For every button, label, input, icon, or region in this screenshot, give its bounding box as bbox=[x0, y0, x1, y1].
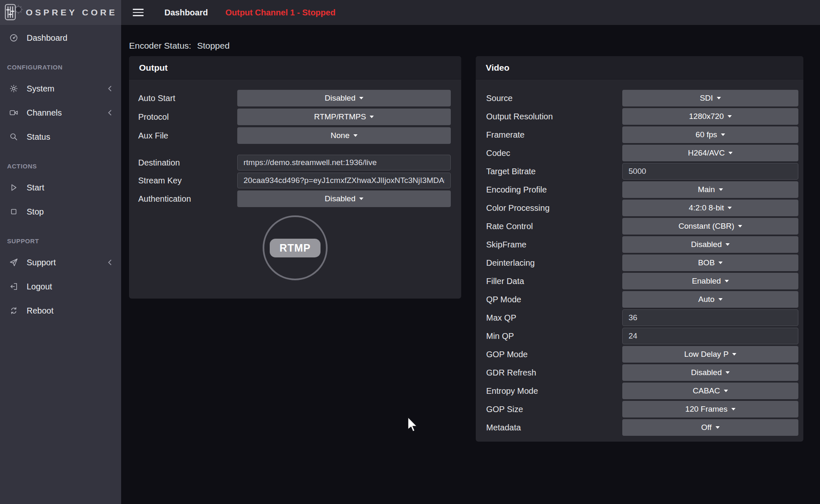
deinterlacing-dropdown[interactable]: BOB bbox=[622, 254, 798, 271]
caret-down-icon bbox=[726, 243, 730, 246]
skipframe-dropdown[interactable]: Disabled bbox=[622, 236, 798, 253]
chevron-left-icon bbox=[108, 259, 112, 266]
metadata-dropdown[interactable]: Off bbox=[622, 419, 798, 436]
codec-dropdown[interactable]: H264/AVC bbox=[622, 145, 798, 161]
dropdown-value: BOB bbox=[698, 258, 715, 267]
output-resolution-label: Output Resolution bbox=[486, 112, 622, 121]
dropdown-value: SDI bbox=[700, 94, 713, 103]
sidebar-item-support[interactable]: Support bbox=[0, 256, 121, 269]
caret-down-icon bbox=[724, 390, 728, 392]
form-row: Color Processing4:2:0 8-bit bbox=[476, 200, 803, 216]
video-panel-body: SourceSDIOutput Resolution1280x720Framer… bbox=[476, 79, 803, 436]
sidebar-item-status[interactable]: Status bbox=[0, 131, 121, 143]
dropdown-value: Disabled bbox=[691, 368, 722, 377]
filler-data-dropdown[interactable]: Enabled bbox=[622, 273, 798, 289]
encoding-profile-label: Encoding Profile bbox=[486, 185, 622, 195]
entropy-mode-label: Entropy Mode bbox=[486, 386, 622, 396]
osprey-logo-icon bbox=[4, 2, 26, 22]
dropdown-value: 1280x720 bbox=[689, 112, 723, 121]
form-row: DeinterlacingBOB bbox=[476, 254, 803, 271]
protocol-dropdown[interactable]: RTMP/RTMPS bbox=[237, 109, 451, 125]
caret-down-icon bbox=[359, 198, 363, 200]
sidebar-item-system[interactable]: System bbox=[0, 82, 121, 95]
encoder-status-label: Encoder Status: bbox=[129, 41, 191, 50]
filler-data-label: Filler Data bbox=[486, 277, 622, 286]
brand-name: OSPREY CORE bbox=[26, 7, 117, 17]
source-label: Source bbox=[486, 94, 622, 103]
rate-control-dropdown[interactable]: Constant (CBR) bbox=[622, 218, 798, 235]
dropdown-value: None bbox=[330, 131, 349, 140]
gop-size-dropdown[interactable]: 120 Frames bbox=[622, 401, 798, 418]
dropdown-value: 120 Frames bbox=[685, 405, 727, 414]
sidebar-item-logout[interactable]: Logout bbox=[0, 280, 121, 293]
topbar-channel-status[interactable]: Output Channel 1 - Stopped bbox=[225, 8, 335, 17]
form-row: SkipFrameDisabled bbox=[476, 236, 803, 253]
output-resolution-dropdown[interactable]: 1280x720 bbox=[622, 108, 798, 125]
play-icon bbox=[9, 183, 18, 192]
search-icon bbox=[9, 132, 18, 141]
caret-down-icon bbox=[728, 115, 732, 118]
mouse-cursor bbox=[407, 417, 418, 433]
sidebar-item-start[interactable]: Start bbox=[0, 181, 121, 194]
skipframe-label: SkipFrame bbox=[486, 240, 622, 250]
encoder-status-line: Encoder Status:Stopped bbox=[129, 41, 230, 51]
form-row: CodecH264/AVC bbox=[476, 145, 803, 161]
authentication-dropdown[interactable]: Disabled bbox=[237, 190, 451, 207]
entropy-mode-dropdown[interactable]: CABAC bbox=[622, 383, 798, 399]
authentication-label: Authentication bbox=[138, 194, 237, 204]
form-row: Min QP bbox=[476, 328, 803, 344]
rtmp-circle-icon: RTMP bbox=[263, 215, 328, 280]
target-bitrate-input[interactable] bbox=[622, 163, 798, 180]
form-row: GDR RefreshDisabled bbox=[476, 364, 803, 381]
max-qp-input[interactable] bbox=[622, 309, 798, 326]
caret-down-icon bbox=[717, 97, 721, 99]
framerate-dropdown[interactable]: 60 fps bbox=[622, 126, 798, 143]
caret-down-icon bbox=[719, 188, 723, 191]
caret-down-icon bbox=[728, 152, 733, 154]
output-panel: Output Auto StartDisabledProtocolRTMP/RT… bbox=[129, 56, 461, 299]
form-row: Encoding ProfileMain bbox=[476, 181, 803, 198]
destination-input[interactable] bbox=[237, 155, 451, 170]
color-processing-dropdown[interactable]: 4:2:0 8-bit bbox=[622, 200, 798, 216]
gdr-refresh-label: GDR Refresh bbox=[486, 368, 622, 378]
qp-mode-dropdown[interactable]: Auto bbox=[622, 291, 798, 308]
aux-file-dropdown[interactable]: None bbox=[237, 127, 451, 144]
encoding-profile-dropdown[interactable]: Main bbox=[622, 181, 798, 198]
form-row: Auto StartDisabled bbox=[129, 90, 461, 106]
stream-key-label: Stream Key bbox=[138, 176, 237, 185]
sidebar-item-reboot[interactable]: Reboot bbox=[0, 304, 121, 317]
dropdown-value: Disabled bbox=[325, 194, 355, 203]
hamburger-menu-icon[interactable] bbox=[133, 9, 144, 16]
video-panel: Video SourceSDIOutput Resolution1280x720… bbox=[476, 56, 803, 442]
rtmp-badge: RTMP bbox=[270, 239, 321, 257]
stream-key-input[interactable] bbox=[237, 173, 451, 188]
gop-mode-dropdown[interactable]: Low Delay P bbox=[622, 346, 798, 363]
form-row: SourceSDI bbox=[476, 90, 803, 106]
source-dropdown[interactable]: SDI bbox=[622, 90, 798, 106]
dropdown-value: Disabled bbox=[691, 240, 722, 249]
sidebar-nav: Dashboard CONFIGURATION System Channels … bbox=[0, 25, 121, 317]
dropdown-value: 60 fps bbox=[696, 130, 717, 139]
chevron-left-icon bbox=[108, 109, 112, 116]
sidebar-item-stop[interactable]: Stop bbox=[0, 205, 121, 218]
sidebar-item-label: Status bbox=[27, 132, 50, 142]
min-qp-input[interactable] bbox=[622, 328, 798, 344]
sidebar-item-label: System bbox=[27, 84, 55, 94]
topbar-nav-dashboard[interactable]: Dashboard bbox=[164, 8, 208, 17]
codec-label: Codec bbox=[486, 148, 622, 158]
form-row: Entropy ModeCABAC bbox=[476, 383, 803, 399]
sidebar-item-channels[interactable]: Channels bbox=[0, 106, 121, 119]
form-row: ProtocolRTMP/RTMPS bbox=[129, 109, 461, 125]
caret-down-icon bbox=[725, 280, 729, 282]
sidebar-item-dashboard[interactable]: Dashboard bbox=[0, 32, 121, 44]
auto-start-dropdown[interactable]: Disabled bbox=[237, 90, 451, 106]
form-row: Stream Key bbox=[129, 173, 461, 188]
caret-down-icon bbox=[738, 225, 742, 227]
caret-down-icon bbox=[353, 134, 358, 137]
caret-down-icon bbox=[731, 408, 736, 410]
deinterlacing-label: Deinterlacing bbox=[486, 258, 622, 268]
gdr-refresh-dropdown[interactable]: Disabled bbox=[622, 364, 798, 381]
form-row: Rate ControlConstant (CBR) bbox=[476, 218, 803, 235]
chevron-left-icon bbox=[108, 85, 112, 92]
dropdown-value: Low Delay P bbox=[684, 350, 729, 359]
